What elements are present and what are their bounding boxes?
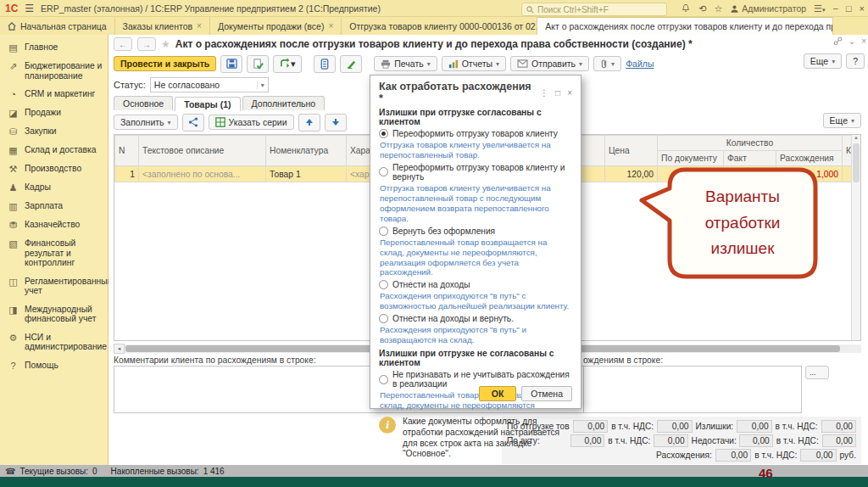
option-income-and-return[interactable]: Отнести на доходы и вернуть. — [379, 314, 572, 323]
dialog-maximize-icon[interactable]: □ — [555, 88, 560, 98]
col-header-by-doc[interactable]: По документу — [658, 151, 724, 166]
user-menu[interactable]: Администратор — [730, 3, 806, 14]
col-header-fact[interactable]: Факт — [724, 151, 776, 166]
surplus-label: Излишки: — [696, 422, 734, 431]
col-header-discrepancy[interactable]: Расхождения — [776, 151, 843, 166]
specify-series-button[interactable]: Указать серии — [209, 115, 294, 130]
send-button[interactable]: Отправить▾ — [510, 56, 589, 71]
tab-discrepancy-act[interactable]: Акт о расхождениях после отгрузки товаро… — [537, 17, 833, 35]
comment-more-button[interactable]: ... — [805, 366, 829, 379]
back-arrow-button[interactable]: ← — [114, 37, 132, 51]
tab-additional-page[interactable]: Дополнительно — [242, 96, 326, 110]
col-header-text[interactable]: Текстовое описание — [139, 136, 266, 166]
main-menu-icon[interactable]: ☰ — [25, 3, 34, 14]
sidebar-item-financial-result[interactable]: ▧Финансовый результат и контроллинг — [0, 234, 108, 272]
radio-icon[interactable] — [379, 280, 388, 289]
budgeting-icon: ⇗ — [8, 61, 19, 71]
cell-n[interactable]: 1 — [115, 166, 139, 182]
history-icon[interactable]: ⟲ — [698, 4, 706, 14]
tab-sales-documents[interactable]: Документы продажи (все) × — [210, 17, 342, 35]
financial-result-icon: ▧ — [8, 238, 19, 249]
files-link[interactable]: Файлы — [626, 59, 654, 69]
close-button[interactable]: × — [860, 4, 865, 14]
sidebar-item-treasury[interactable]: ⛃Казначейство — [0, 216, 108, 234]
radio-icon[interactable] — [379, 227, 388, 236]
tab-close-icon[interactable]: × — [328, 21, 333, 31]
cell-nomenclature[interactable]: Товар 1 — [266, 166, 347, 182]
radio-icon[interactable] — [379, 375, 388, 384]
service-menu-icon[interactable]: ☰▾ — [814, 4, 825, 14]
option-label: Отнести на доходы и вернуть. — [392, 314, 514, 323]
col-header-price[interactable]: Цена — [605, 136, 658, 166]
right-comment-textarea[interactable] — [583, 366, 802, 413]
col-header-nomenclature[interactable]: Номенклатура — [266, 136, 347, 166]
app-title: ERP_master (эталонная) / 1С:ERP Управлен… — [41, 3, 381, 14]
option-reissue-and-return[interactable]: Переоформить отгрузку товаров клиенту и … — [379, 163, 572, 182]
col-header-quantity-group[interactable]: Количество — [658, 136, 843, 151]
status-combobox[interactable]: Не согласовано ▾ — [150, 77, 269, 92]
pick-goods-button[interactable] — [182, 114, 204, 132]
maximize-button[interactable]: □ — [846, 4, 852, 14]
ok-button[interactable]: ОК — [479, 386, 517, 401]
sidebar-item-nsi-admin[interactable]: ⚙НСИ и администрирование — [0, 328, 108, 356]
col-header-n[interactable]: N — [115, 136, 139, 166]
more-button[interactable]: Еще▾ — [804, 53, 842, 69]
fill-button[interactable]: Заполнить▾ — [114, 115, 178, 130]
option-return-without-reissue[interactable]: Вернуть без оформления — [379, 227, 572, 236]
sidebar-item-main[interactable]: ▤Главное — [0, 38, 108, 57]
goods-more-button[interactable]: Еще▾ — [823, 113, 861, 128]
dialog-menu-icon[interactable]: ⋮ — [540, 88, 548, 98]
global-search-input[interactable]: Поиск Ctrl+Shift+F — [521, 3, 667, 16]
sidebar-item-sales[interactable]: ◪Продажи — [0, 104, 108, 122]
sign-button[interactable] — [340, 55, 362, 73]
document-movements-button[interactable] — [314, 55, 336, 73]
post-document-button[interactable] — [247, 55, 269, 73]
notifications-bell-icon[interactable] — [681, 3, 691, 14]
favorites-star-icon[interactable]: ☆ — [714, 4, 722, 14]
radio-icon[interactable] — [379, 314, 388, 323]
save-button[interactable] — [220, 55, 242, 73]
sidebar-item-budgeting[interactable]: ⇗Бюджетирование и планирование — [0, 57, 108, 85]
tab-main-page[interactable]: Основное — [114, 96, 173, 110]
sidebar-item-crm[interactable]: ◔CRM и маркетинг — [0, 85, 108, 104]
table-vertical-scrollbar[interactable]: ▲ — [851, 135, 860, 340]
save-diskette-icon — [226, 59, 237, 69]
post-and-close-button[interactable]: Провести и закрыть — [114, 56, 216, 71]
cell-text-description[interactable]: <заполнено по основа... — [139, 166, 266, 182]
sidebar-item-regulated-accounting[interactable]: ◫Регламентированный учет — [0, 272, 108, 300]
sidebar-item-production[interactable]: ⚒Производство — [0, 160, 108, 178]
scrollbar-thumb[interactable] — [853, 143, 860, 182]
sidebar-item-warehouse[interactable]: ▦Склад и доставка — [0, 141, 108, 160]
help-button[interactable]: ? — [846, 53, 865, 69]
slide-page-number: 46 — [759, 466, 773, 480]
create-based-on-button[interactable]: ▾ — [273, 55, 302, 73]
tab-home[interactable]: Начальная страница — [0, 17, 115, 35]
reports-button[interactable]: Отчеты▾ — [442, 56, 506, 71]
sidebar-item-ifrs[interactable]: ◨Международный финансовый учет — [0, 300, 108, 328]
option-attribute-to-income[interactable]: Отнести на доходы — [379, 280, 572, 289]
sidebar-item-help[interactable]: ?Помощь — [0, 356, 108, 375]
sidebar-item-hr[interactable]: ♟Кадры — [0, 178, 108, 197]
print-button[interactable]: Печать▾ — [374, 56, 437, 71]
move-row-up-button[interactable] — [298, 114, 320, 132]
tab-customer-orders[interactable]: Заказы клиентов × — [115, 17, 210, 35]
radio-selected-icon[interactable] — [379, 129, 388, 138]
sidebar-item-payroll[interactable]: ▥Зарплата — [0, 197, 108, 216]
option-reissue-shipment[interactable]: Переоформить отгрузку товаров клиенту — [379, 129, 572, 138]
radio-icon[interactable] — [379, 167, 388, 176]
dialog-close-icon[interactable]: × — [567, 88, 572, 98]
attachments-button[interactable]: ▾ — [593, 56, 621, 71]
scroll-left-arrow[interactable]: ◄ — [114, 344, 125, 354]
favorite-star-icon[interactable]: ★ — [161, 38, 170, 50]
tab-close-icon[interactable]: × — [197, 21, 202, 31]
collapse-icon[interactable]: ⌄ — [849, 36, 855, 46]
tab-goods-page[interactable]: Товары (1) — [175, 97, 240, 111]
link-icon[interactable] — [833, 36, 843, 46]
sidebar-item-purchases[interactable]: ⛁Закупки — [0, 122, 108, 141]
cancel-button[interactable]: Отмена — [521, 386, 572, 401]
minimize-button[interactable]: − — [832, 4, 837, 14]
tab-goods-shipment[interactable]: Отгрузка товаров клиенту 0000-000136 от … — [342, 17, 537, 35]
move-row-down-button[interactable] — [325, 114, 347, 132]
forward-arrow-button[interactable]: → — [137, 37, 156, 51]
form-close-icon[interactable]: × — [861, 36, 866, 46]
